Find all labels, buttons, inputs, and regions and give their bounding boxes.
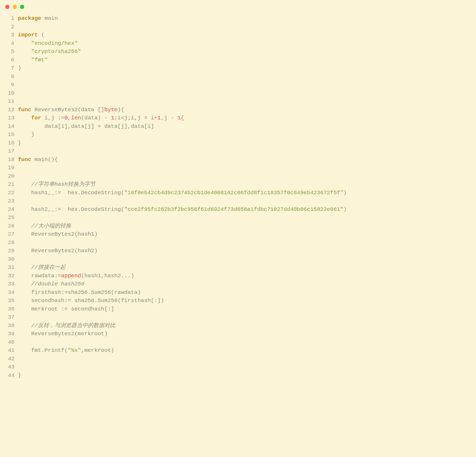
code-content: hash2,_:= hex.DecodeString("cce2f95fc282… — [18, 205, 468, 214]
line-number: 34 — [8, 288, 18, 297]
code-content: func ReverseBytes2(data []byte){ — [18, 106, 468, 114]
line-number: 18 — [8, 155, 18, 164]
line-number: 24 — [8, 205, 18, 214]
code-content — [18, 172, 468, 181]
token-ident: secondhash:= sha256.Sum256(firsthash[:]) — [18, 298, 164, 304]
token-str: "crypto/sha256" — [31, 48, 81, 55]
token-comment: //double hash256 — [31, 281, 84, 287]
token-ident: firsthash:=sha256.Sum256(rawdata) — [18, 289, 141, 295]
code-line: 15 } — [8, 130, 468, 139]
token-ident: (data) - — [81, 115, 111, 121]
code-content: "encoding/hex" — [18, 39, 468, 48]
code-line: 22 hash1,_:= hex.DecodeString("16f0eb42c… — [8, 189, 468, 197]
code-area: 1package main2 3import (4 "encoding/hex"… — [0, 12, 476, 390]
code-content — [18, 72, 468, 81]
line-number: 21 — [8, 180, 18, 189]
token-kw: import — [18, 32, 38, 38]
code-line: 3import ( — [8, 31, 468, 39]
code-content: //反转，与浏览器当中的数据对比 — [18, 322, 468, 330]
code-content: rawdata:=append(hash1,hash2...) — [18, 272, 468, 280]
code-content — [18, 97, 468, 106]
token-ident: ReverseBytes2(merkroot) — [18, 331, 108, 337]
code-content — [18, 81, 468, 89]
code-line: 32 rawdata:=append(hash1,hash2...) — [8, 272, 468, 280]
code-content: //拼接在一起 — [18, 263, 468, 272]
maximize-icon[interactable] — [20, 5, 24, 9]
token-ident: i,j := — [41, 115, 64, 121]
code-line: 29 ReverseBytes2(hash2) — [8, 247, 468, 255]
code-content — [18, 255, 468, 264]
minimize-icon[interactable] — [13, 5, 17, 9]
code-content: } — [18, 139, 468, 147]
line-number: 33 — [8, 280, 18, 288]
line-number: 42 — [8, 355, 18, 363]
token-punct — [18, 115, 31, 121]
code-content: fmt.Printf("%x",merkroot) — [18, 346, 468, 355]
token-ident: rawdata:= — [18, 273, 61, 279]
line-number: 38 — [8, 322, 18, 330]
code-line: 26 //大小端的转换 — [8, 222, 468, 230]
code-line: 17 — [8, 147, 468, 155]
code-content — [18, 147, 468, 155]
token-kw: func — [18, 107, 31, 113]
token-punct — [18, 323, 31, 329]
code-line: 11 — [8, 97, 468, 106]
code-line: 43 — [8, 363, 468, 371]
token-num: 1 — [111, 115, 114, 121]
code-content — [18, 239, 468, 247]
code-content: //double hash256 — [18, 280, 468, 288]
code-line: 41 fmt.Printf("%x",merkroot) — [8, 346, 468, 355]
token-num: 0 — [64, 115, 68, 121]
token-punct — [18, 281, 31, 287]
token-ident: hash2,_:= hex.DecodeString( — [18, 206, 124, 212]
close-icon[interactable] — [5, 5, 9, 9]
token-comment: //字符串hash转换为字节 — [31, 181, 95, 187]
token-punct: , — [68, 115, 71, 121]
token-punct: } — [18, 132, 35, 138]
code-content — [18, 197, 468, 205]
code-line: 18func main(){ — [8, 155, 468, 164]
code-line: 28 — [8, 239, 468, 247]
code-line: 19 — [8, 164, 468, 172]
line-number: 2 — [8, 23, 18, 31]
line-number: 16 — [8, 139, 18, 147]
code-line: 24 hash2,_:= hex.DecodeString("cce2f95fc… — [8, 205, 468, 214]
code-line: 6 "fmt" — [8, 56, 468, 64]
line-number: 31 — [8, 263, 18, 272]
code-content: merkroot := secondhash[:] — [18, 305, 468, 313]
token-str: "fmt" — [31, 57, 48, 63]
code-content — [18, 363, 468, 371]
code-content: firsthash:=sha256.Sum256(rawdata) — [18, 288, 468, 297]
code-content: secondhash:= sha256.Sum256(firsthash[:]) — [18, 296, 468, 305]
line-number: 3 — [8, 31, 18, 39]
token-punct — [18, 264, 31, 270]
line-number: 23 — [8, 197, 18, 205]
line-number: 1 — [8, 14, 18, 23]
code-line: 25 — [8, 213, 468, 222]
code-line: 31 //拼接在一起 — [8, 263, 468, 272]
token-punct: ( — [38, 32, 45, 38]
code-content: import ( — [18, 31, 468, 39]
line-number: 41 — [8, 346, 18, 355]
token-type: byte — [104, 107, 118, 113]
code-line: 21 //字符串hash转换为字节 — [8, 180, 468, 189]
line-number: 15 — [8, 130, 18, 139]
token-punct: } — [18, 372, 21, 378]
token-punct: ) — [343, 190, 347, 196]
token-num: 1 — [177, 115, 181, 121]
token-punct — [18, 40, 31, 46]
token-punct — [18, 48, 31, 55]
code-line: 40 — [8, 338, 468, 347]
code-line: 16} — [8, 139, 468, 147]
token-kw: for — [31, 115, 41, 121]
token-comment: //大小端的转换 — [31, 223, 71, 229]
token-builtin: len — [71, 115, 81, 121]
code-line: 8 — [8, 72, 468, 81]
code-content: //字符串hash转换为字节 — [18, 180, 468, 189]
window-titlebar — [0, 0, 476, 12]
line-number: 14 — [8, 122, 18, 131]
token-ident: main — [41, 15, 58, 21]
code-content: "fmt" — [18, 56, 468, 64]
line-number: 8 — [8, 72, 18, 81]
line-number: 35 — [8, 296, 18, 305]
